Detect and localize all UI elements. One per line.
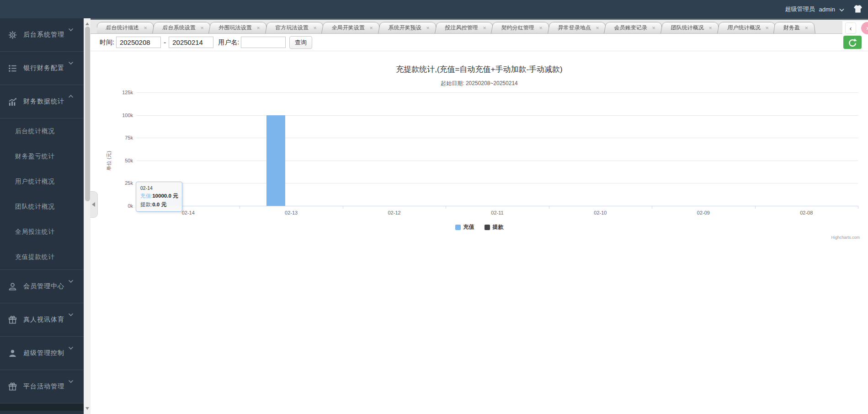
scrollbar-thumb[interactable] xyxy=(85,27,90,201)
sidebar-collapse-handle[interactable] xyxy=(90,191,98,218)
tab[interactable]: 系统开奖预设× xyxy=(378,22,437,33)
scroll-down-arrow-icon[interactable] xyxy=(85,407,89,412)
tab[interactable]: 全局开奖设置× xyxy=(321,22,381,33)
tab-close-icon[interactable]: × xyxy=(539,25,543,31)
sidebar-item-label: 真人视讯体育 xyxy=(23,316,64,324)
gridline xyxy=(137,138,858,138)
tab[interactable]: 异常登录地点× xyxy=(548,22,607,33)
tab-close-icon[interactable]: × xyxy=(200,25,204,31)
legend-swatch xyxy=(485,225,490,230)
tab[interactable]: 后台统计描述× xyxy=(97,22,155,33)
tab[interactable]: 契约分红管理× xyxy=(491,22,550,33)
tab-close-icon[interactable]: × xyxy=(369,25,373,31)
x-axis-tick xyxy=(549,206,549,209)
tab[interactable]: 团队统计概况× xyxy=(660,22,720,33)
sidebar-item[interactable]: 真人视讯体育 xyxy=(0,303,84,337)
sidebar-item[interactable]: 会员管理中心 xyxy=(0,270,84,303)
sidebar-subitem[interactable]: 团队统计概况 xyxy=(0,194,84,219)
chart-legend: 充值提款 xyxy=(91,223,868,231)
vertical-scrollbar[interactable] xyxy=(84,18,91,414)
date-to-input[interactable] xyxy=(169,37,213,48)
refresh-icon xyxy=(847,38,857,48)
tab-list: 后台统计描述×后台系统设置×外围玩法设置×官方玩法设置×全局开奖设置×系统开奖预… xyxy=(97,21,856,33)
sidebar-subitem[interactable]: 充值提款统计 xyxy=(0,244,84,269)
sidebar-item-label: 超级管理控制 xyxy=(23,349,64,357)
sidebar-item-label: 平台活动管理 xyxy=(23,382,64,391)
tab[interactable]: 外围玩法设置× xyxy=(208,22,268,33)
tab-close-icon[interactable]: × xyxy=(256,25,261,31)
tab-close-icon[interactable]: × xyxy=(482,25,486,31)
sidebar-subitem[interactable]: 后台统计概况 xyxy=(0,118,84,144)
tab-close-icon[interactable]: × xyxy=(765,25,769,31)
sidebar-item[interactable]: 后台系统管理 xyxy=(0,18,84,52)
x-axis-tick xyxy=(652,206,652,209)
tooltip-value: 0.0 元 xyxy=(152,202,166,207)
chart-title: 充提款统计,(充值=自动充值+手动加款-手动减款) xyxy=(91,64,868,75)
tab-close-icon[interactable]: × xyxy=(804,25,808,31)
legend-label: 提款 xyxy=(493,223,504,231)
tab[interactable]: 官方玩法设置× xyxy=(265,22,325,33)
tab-close-icon[interactable]: × xyxy=(652,25,656,31)
x-axis-label: 02-12 xyxy=(378,210,410,215)
tab-scroll-right-button[interactable]: › xyxy=(861,22,868,34)
sidebar-item[interactable]: 超级管理控制 xyxy=(0,337,84,370)
tab-close-icon[interactable]: × xyxy=(708,25,713,31)
chart-bar[interactable] xyxy=(266,115,285,206)
admin-user-icon xyxy=(8,349,17,358)
x-axis-tick xyxy=(858,206,858,209)
tooltip-row: 充值:10000.0 元 xyxy=(140,193,178,199)
tab-scroll-left-button[interactable]: ‹ xyxy=(845,22,856,34)
sidebar-subitem[interactable]: 财务盈亏统计 xyxy=(0,144,84,169)
main-content: 后台统计描述×后台系统设置×外围玩法设置×官方玩法设置×全局开奖设置×系统开奖预… xyxy=(91,18,868,414)
chart-tooltip: 02-14 充值:10000.0 元 提款:0.0 元 xyxy=(136,182,182,212)
tab-label: 外围玩法设置 xyxy=(218,24,252,32)
username-label: 用户名: xyxy=(218,38,239,47)
tab-close-icon[interactable]: × xyxy=(313,25,317,31)
theme-shirt-icon[interactable] xyxy=(853,5,863,14)
user-menu[interactable]: 超级管理员 admin xyxy=(785,0,844,18)
x-axis-label: 02-09 xyxy=(687,210,719,215)
highcharts-credit[interactable]: Highcharts.com xyxy=(831,235,860,240)
sidebar-item-label: 后台系统管理 xyxy=(23,31,64,39)
tab-label: 团队统计概况 xyxy=(671,24,704,32)
tab[interactable]: 用户统计概况× xyxy=(717,22,777,33)
sidebar-item[interactable]: 银行财务配置 xyxy=(0,52,84,85)
tooltip-series-label: 充值: xyxy=(140,193,152,199)
chevron-down-icon xyxy=(68,344,74,352)
legend-item[interactable]: 充值 xyxy=(455,223,474,231)
tab-label: 投注风控管理 xyxy=(444,24,478,32)
tab-close-icon[interactable]: × xyxy=(144,25,148,31)
user-name: admin xyxy=(819,6,835,13)
tab-close-icon[interactable]: × xyxy=(426,25,430,31)
scroll-up-arrow-icon[interactable] xyxy=(85,21,89,25)
tab[interactable]: 投注风控管理× xyxy=(435,22,494,33)
chevron-down-icon xyxy=(68,25,74,33)
x-axis-label: 02-13 xyxy=(275,210,307,215)
x-axis-label: 02-11 xyxy=(481,210,513,215)
gridline xyxy=(137,92,858,93)
tab[interactable]: 会员账变记录× xyxy=(604,22,663,33)
tab-label: 官方玩法设置 xyxy=(275,24,309,32)
y-axis-tick-label: 100k xyxy=(91,113,133,118)
username-input[interactable] xyxy=(241,37,286,48)
chevron-down-icon xyxy=(68,277,74,285)
sidebar-item[interactable]: 财务数据统计 xyxy=(0,85,84,118)
tab[interactable]: 财务盈× xyxy=(773,22,815,33)
sidebar-subitem[interactable]: 用户统计概况 xyxy=(0,169,84,194)
user-icon xyxy=(8,282,17,291)
sidebar-item[interactable]: 平台活动管理 xyxy=(0,370,84,403)
refresh-button[interactable] xyxy=(843,36,862,49)
date-from-input[interactable] xyxy=(116,37,161,48)
legend-item[interactable]: 提款 xyxy=(485,223,504,231)
sidebar-subitem[interactable]: 全局投注统计 xyxy=(0,219,84,244)
sidebar-item-label: 银行财务配置 xyxy=(23,64,64,72)
chart-icon xyxy=(8,97,17,106)
user-role-label: 超级管理员 xyxy=(785,5,815,13)
tab[interactable]: 后台系统设置× xyxy=(152,22,212,33)
chevron-down-icon xyxy=(68,310,74,318)
tab-close-icon[interactable]: × xyxy=(595,25,599,31)
search-button[interactable]: 查询 xyxy=(289,36,312,49)
tooltip-row: 提款:0.0 元 xyxy=(140,201,178,208)
sidebar: 后台系统管理银行财务配置财务数据统计后台统计概况财务盈亏统计用户统计概况团队统计… xyxy=(0,18,84,414)
legend-swatch xyxy=(455,225,461,230)
